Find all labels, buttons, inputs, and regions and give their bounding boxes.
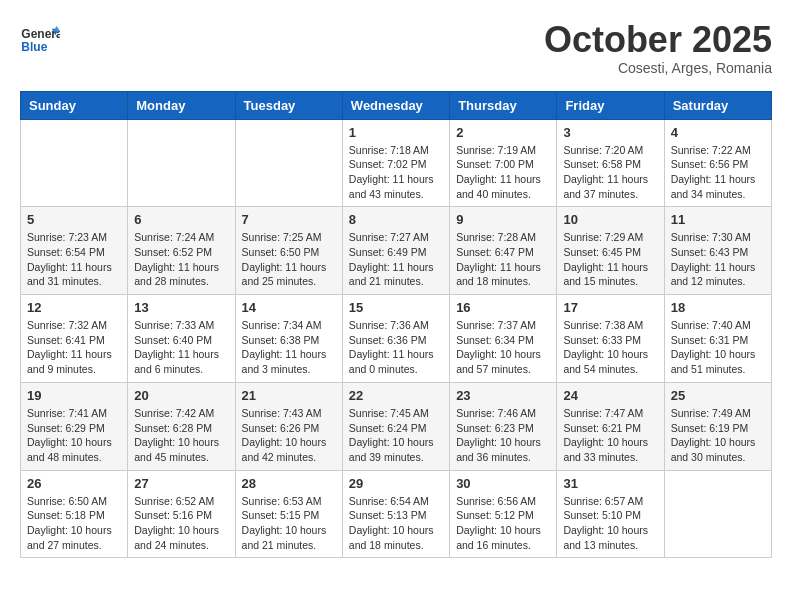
calendar-week-5: 26Sunrise: 6:50 AM Sunset: 5:18 PM Dayli… [21,470,772,558]
calendar-cell: 18Sunrise: 7:40 AM Sunset: 6:31 PM Dayli… [664,295,771,383]
day-number: 3 [563,125,657,140]
calendar-week-3: 12Sunrise: 7:32 AM Sunset: 6:41 PM Dayli… [21,295,772,383]
day-info: Sunrise: 7:46 AM Sunset: 6:23 PM Dayligh… [456,406,550,465]
calendar-cell: 26Sunrise: 6:50 AM Sunset: 5:18 PM Dayli… [21,470,128,558]
day-number: 13 [134,300,228,315]
day-info: Sunrise: 7:40 AM Sunset: 6:31 PM Dayligh… [671,318,765,377]
logo-icon: General Blue [20,20,60,60]
calendar-cell: 30Sunrise: 6:56 AM Sunset: 5:12 PM Dayli… [450,470,557,558]
day-number: 11 [671,212,765,227]
day-info: Sunrise: 7:28 AM Sunset: 6:47 PM Dayligh… [456,230,550,289]
day-info: Sunrise: 7:22 AM Sunset: 6:56 PM Dayligh… [671,143,765,202]
day-number: 24 [563,388,657,403]
day-number: 23 [456,388,550,403]
day-number: 12 [27,300,121,315]
calendar-cell: 12Sunrise: 7:32 AM Sunset: 6:41 PM Dayli… [21,295,128,383]
day-number: 29 [349,476,443,491]
logo: General Blue [20,20,60,60]
calendar-table: SundayMondayTuesdayWednesdayThursdayFrid… [20,91,772,559]
day-number: 30 [456,476,550,491]
calendar-cell: 23Sunrise: 7:46 AM Sunset: 6:23 PM Dayli… [450,382,557,470]
day-number: 27 [134,476,228,491]
calendar-cell [128,119,235,207]
day-number: 6 [134,212,228,227]
calendar-cell: 2Sunrise: 7:19 AM Sunset: 7:00 PM Daylig… [450,119,557,207]
day-number: 5 [27,212,121,227]
day-number: 4 [671,125,765,140]
svg-text:Blue: Blue [21,40,47,54]
day-info: Sunrise: 7:37 AM Sunset: 6:34 PM Dayligh… [456,318,550,377]
calendar-cell: 27Sunrise: 6:52 AM Sunset: 5:16 PM Dayli… [128,470,235,558]
weekday-header-thursday: Thursday [450,91,557,119]
day-info: Sunrise: 7:47 AM Sunset: 6:21 PM Dayligh… [563,406,657,465]
calendar-cell: 4Sunrise: 7:22 AM Sunset: 6:56 PM Daylig… [664,119,771,207]
day-number: 7 [242,212,336,227]
calendar-cell: 16Sunrise: 7:37 AM Sunset: 6:34 PM Dayli… [450,295,557,383]
day-info: Sunrise: 6:50 AM Sunset: 5:18 PM Dayligh… [27,494,121,553]
calendar-week-1: 1Sunrise: 7:18 AM Sunset: 7:02 PM Daylig… [21,119,772,207]
calendar-week-4: 19Sunrise: 7:41 AM Sunset: 6:29 PM Dayli… [21,382,772,470]
calendar-cell: 31Sunrise: 6:57 AM Sunset: 5:10 PM Dayli… [557,470,664,558]
day-info: Sunrise: 7:32 AM Sunset: 6:41 PM Dayligh… [27,318,121,377]
day-info: Sunrise: 7:19 AM Sunset: 7:00 PM Dayligh… [456,143,550,202]
calendar-cell: 10Sunrise: 7:29 AM Sunset: 6:45 PM Dayli… [557,207,664,295]
calendar-cell: 15Sunrise: 7:36 AM Sunset: 6:36 PM Dayli… [342,295,449,383]
calendar-cell: 14Sunrise: 7:34 AM Sunset: 6:38 PM Dayli… [235,295,342,383]
calendar-cell: 7Sunrise: 7:25 AM Sunset: 6:50 PM Daylig… [235,207,342,295]
calendar-cell: 28Sunrise: 6:53 AM Sunset: 5:15 PM Dayli… [235,470,342,558]
day-number: 31 [563,476,657,491]
title-block: October 2025 Cosesti, Arges, Romania [544,20,772,76]
day-info: Sunrise: 7:27 AM Sunset: 6:49 PM Dayligh… [349,230,443,289]
day-info: Sunrise: 7:38 AM Sunset: 6:33 PM Dayligh… [563,318,657,377]
calendar-cell: 20Sunrise: 7:42 AM Sunset: 6:28 PM Dayli… [128,382,235,470]
location-subtitle: Cosesti, Arges, Romania [544,60,772,76]
calendar-cell: 5Sunrise: 7:23 AM Sunset: 6:54 PM Daylig… [21,207,128,295]
day-info: Sunrise: 7:42 AM Sunset: 6:28 PM Dayligh… [134,406,228,465]
day-number: 20 [134,388,228,403]
day-info: Sunrise: 7:49 AM Sunset: 6:19 PM Dayligh… [671,406,765,465]
day-info: Sunrise: 7:36 AM Sunset: 6:36 PM Dayligh… [349,318,443,377]
calendar-cell: 25Sunrise: 7:49 AM Sunset: 6:19 PM Dayli… [664,382,771,470]
calendar-cell: 6Sunrise: 7:24 AM Sunset: 6:52 PM Daylig… [128,207,235,295]
day-info: Sunrise: 6:53 AM Sunset: 5:15 PM Dayligh… [242,494,336,553]
day-number: 1 [349,125,443,140]
day-number: 8 [349,212,443,227]
day-info: Sunrise: 7:45 AM Sunset: 6:24 PM Dayligh… [349,406,443,465]
calendar-cell: 9Sunrise: 7:28 AM Sunset: 6:47 PM Daylig… [450,207,557,295]
day-number: 2 [456,125,550,140]
weekday-header-tuesday: Tuesday [235,91,342,119]
day-number: 21 [242,388,336,403]
month-title: October 2025 [544,20,772,60]
day-info: Sunrise: 7:20 AM Sunset: 6:58 PM Dayligh… [563,143,657,202]
day-number: 18 [671,300,765,315]
calendar-cell: 8Sunrise: 7:27 AM Sunset: 6:49 PM Daylig… [342,207,449,295]
weekday-header-monday: Monday [128,91,235,119]
calendar-cell: 17Sunrise: 7:38 AM Sunset: 6:33 PM Dayli… [557,295,664,383]
day-info: Sunrise: 7:34 AM Sunset: 6:38 PM Dayligh… [242,318,336,377]
day-number: 17 [563,300,657,315]
calendar-cell [21,119,128,207]
calendar-cell: 21Sunrise: 7:43 AM Sunset: 6:26 PM Dayli… [235,382,342,470]
day-number: 26 [27,476,121,491]
calendar-cell: 19Sunrise: 7:41 AM Sunset: 6:29 PM Dayli… [21,382,128,470]
calendar-cell: 1Sunrise: 7:18 AM Sunset: 7:02 PM Daylig… [342,119,449,207]
day-info: Sunrise: 7:25 AM Sunset: 6:50 PM Dayligh… [242,230,336,289]
weekday-header-friday: Friday [557,91,664,119]
calendar-cell: 13Sunrise: 7:33 AM Sunset: 6:40 PM Dayli… [128,295,235,383]
day-info: Sunrise: 7:33 AM Sunset: 6:40 PM Dayligh… [134,318,228,377]
day-number: 22 [349,388,443,403]
weekday-header-sunday: Sunday [21,91,128,119]
calendar-cell: 24Sunrise: 7:47 AM Sunset: 6:21 PM Dayli… [557,382,664,470]
day-number: 28 [242,476,336,491]
calendar-cell [235,119,342,207]
day-info: Sunrise: 7:18 AM Sunset: 7:02 PM Dayligh… [349,143,443,202]
day-info: Sunrise: 6:54 AM Sunset: 5:13 PM Dayligh… [349,494,443,553]
calendar-cell: 11Sunrise: 7:30 AM Sunset: 6:43 PM Dayli… [664,207,771,295]
weekday-header-row: SundayMondayTuesdayWednesdayThursdayFrid… [21,91,772,119]
day-number: 15 [349,300,443,315]
day-number: 16 [456,300,550,315]
day-info: Sunrise: 6:56 AM Sunset: 5:12 PM Dayligh… [456,494,550,553]
day-info: Sunrise: 7:24 AM Sunset: 6:52 PM Dayligh… [134,230,228,289]
calendar-cell: 3Sunrise: 7:20 AM Sunset: 6:58 PM Daylig… [557,119,664,207]
page-header: General Blue October 2025 Cosesti, Arges… [20,20,772,76]
